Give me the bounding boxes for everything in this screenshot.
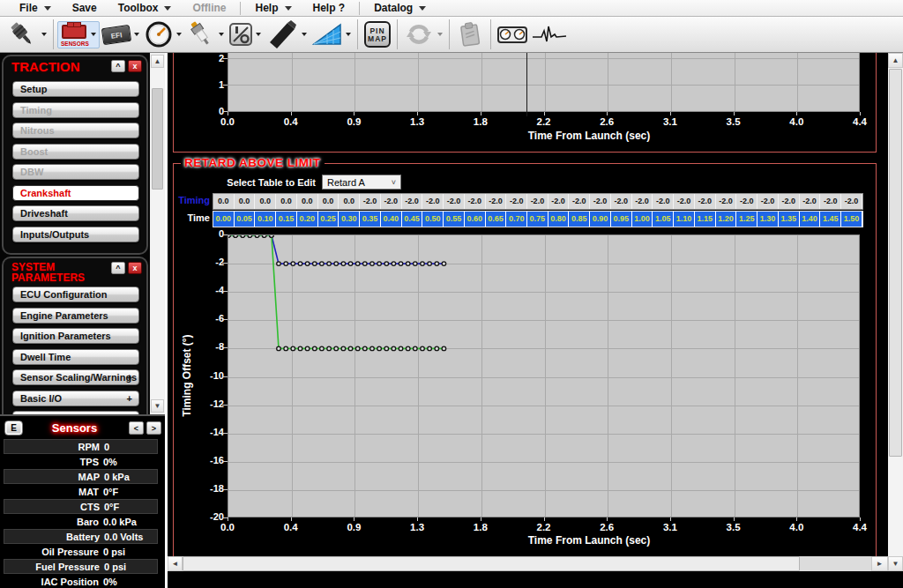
data-point[interactable] bbox=[277, 262, 281, 266]
data-point[interactable] bbox=[298, 346, 302, 351]
collapse-icon[interactable]: ^ bbox=[111, 262, 125, 274]
time-cell[interactable]: 1.00 bbox=[632, 212, 653, 227]
timing-cell[interactable]: 0.0 bbox=[255, 194, 276, 209]
time-cell[interactable]: 1.35 bbox=[779, 212, 800, 227]
timing-cell[interactable]: -2.0 bbox=[444, 194, 465, 209]
data-point[interactable] bbox=[421, 346, 425, 351]
scroll-right-icon[interactable]: ► bbox=[871, 556, 888, 571]
io-icon[interactable] bbox=[227, 18, 264, 51]
sidebar-item-driveshaft[interactable]: Driveshaft bbox=[12, 205, 139, 221]
timing-cell[interactable]: -2.0 bbox=[590, 194, 611, 209]
timing-cell[interactable]: 0.0 bbox=[339, 194, 360, 209]
dropdown-arrow[interactable] bbox=[91, 33, 96, 36]
data-point[interactable] bbox=[355, 346, 360, 351]
timing-cell[interactable]: 0.0 bbox=[276, 194, 297, 209]
time-cell[interactable]: 0.20 bbox=[297, 212, 318, 227]
data-point[interactable] bbox=[442, 346, 446, 351]
collapse-icon[interactable]: ^ bbox=[111, 60, 125, 72]
data-point[interactable] bbox=[341, 262, 346, 266]
data-point[interactable] bbox=[442, 262, 446, 266]
data-point[interactable] bbox=[363, 262, 368, 266]
time-cell[interactable]: 0.35 bbox=[360, 212, 381, 227]
data-point[interactable] bbox=[291, 262, 295, 266]
data-point[interactable] bbox=[421, 262, 425, 266]
time-cell[interactable]: 1.30 bbox=[757, 212, 779, 227]
time-cell[interactable]: 0.00 bbox=[213, 212, 235, 227]
time-cell[interactable]: 1.15 bbox=[695, 212, 716, 227]
data-point[interactable] bbox=[384, 346, 389, 351]
sidebar-scrollbar-thumb[interactable] bbox=[152, 88, 163, 190]
menu-item-save[interactable]: Save bbox=[62, 0, 108, 16]
fuel-map-3d-icon[interactable] bbox=[310, 18, 354, 51]
timing-cell[interactable]: -2.0 bbox=[653, 194, 674, 209]
data-point[interactable] bbox=[435, 346, 439, 351]
timing-cell[interactable]: -2.0 bbox=[695, 194, 716, 209]
scroll-left-icon[interactable]: ◄ bbox=[168, 556, 183, 571]
time-cell[interactable]: 0.30 bbox=[339, 212, 360, 227]
dropdown-arrow[interactable] bbox=[346, 33, 351, 36]
horizontal-scrollbar-thumb[interactable] bbox=[183, 556, 800, 571]
timing-cell[interactable]: 0.0 bbox=[318, 194, 340, 209]
time-cell[interactable]: 0.05 bbox=[235, 212, 256, 227]
timing-cell[interactable]: -2.0 bbox=[632, 194, 653, 209]
data-point[interactable] bbox=[341, 346, 346, 351]
data-point[interactable] bbox=[255, 235, 259, 237]
timing-cell[interactable]: -2.0 bbox=[465, 194, 486, 209]
scroll-up-icon[interactable]: ▲ bbox=[151, 55, 164, 68]
sidebar-item-inputs-outputs[interactable]: Inputs/Outputs bbox=[12, 227, 139, 242]
time-cell[interactable]: 1.50 bbox=[841, 212, 862, 227]
time-cell[interactable]: 1.40 bbox=[800, 212, 821, 227]
time-cell[interactable]: 0.70 bbox=[506, 212, 527, 227]
data-point[interactable] bbox=[241, 235, 245, 237]
menu-item-file[interactable]: File bbox=[9, 0, 62, 16]
scroll-down-icon[interactable]: ▼ bbox=[888, 556, 903, 571]
data-point[interactable] bbox=[428, 346, 432, 351]
table-select-dropdown[interactable]: Retard A ˅ bbox=[322, 175, 401, 190]
time-cell[interactable]: 0.90 bbox=[590, 212, 611, 227]
sidebar-item-crankshaft[interactable]: Crankshaft bbox=[12, 185, 139, 201]
time-cell[interactable]: 0.10 bbox=[255, 212, 276, 227]
time-cell[interactable]: 0.50 bbox=[422, 212, 444, 227]
dropdown-arrow[interactable] bbox=[176, 33, 182, 36]
data-point[interactable] bbox=[284, 346, 288, 351]
sidebar-item-basic-i-o[interactable]: Basic I/O+ bbox=[12, 391, 139, 406]
data-point[interactable] bbox=[320, 346, 325, 351]
time-cell[interactable]: 0.60 bbox=[465, 212, 486, 227]
data-point[interactable] bbox=[392, 262, 396, 266]
ecu-icon[interactable]: EFI bbox=[100, 18, 142, 51]
time-cell[interactable]: 1.05 bbox=[653, 212, 674, 227]
menu-item-help[interactable]: Help ? bbox=[302, 0, 356, 16]
data-point[interactable] bbox=[305, 262, 310, 266]
time-cell[interactable]: 0.80 bbox=[549, 212, 570, 227]
data-point[interactable] bbox=[406, 262, 410, 266]
data-point[interactable] bbox=[399, 262, 403, 266]
data-point[interactable] bbox=[270, 235, 274, 237]
dropdown-arrow[interactable] bbox=[256, 33, 261, 36]
data-point[interactable] bbox=[320, 262, 325, 266]
data-point[interactable] bbox=[414, 346, 418, 351]
fuel-injector-icon[interactable] bbox=[5, 18, 49, 51]
time-cell[interactable]: 0.65 bbox=[486, 212, 507, 227]
menu-item-toolbox[interactable]: Toolbox bbox=[108, 0, 183, 16]
data-point[interactable] bbox=[327, 262, 332, 266]
data-point[interactable] bbox=[334, 346, 339, 351]
data-point[interactable] bbox=[377, 262, 382, 266]
time-cell[interactable]: 1.20 bbox=[716, 212, 737, 227]
timing-cell[interactable]: 0.0 bbox=[235, 194, 256, 209]
prev-page-icon[interactable]: < bbox=[129, 421, 144, 435]
time-cell[interactable]: 0.25 bbox=[318, 212, 340, 227]
ignition-coil-icon[interactable] bbox=[264, 18, 310, 51]
time-cell[interactable]: 0.40 bbox=[381, 212, 402, 227]
data-point[interactable] bbox=[228, 235, 230, 237]
data-point[interactable] bbox=[414, 262, 418, 266]
data-point[interactable] bbox=[262, 235, 266, 237]
time-cell[interactable]: 1.25 bbox=[736, 212, 757, 227]
time-cell[interactable]: 1.45 bbox=[820, 212, 841, 227]
expand-button[interactable]: E bbox=[4, 421, 23, 435]
time-cell[interactable]: 1.10 bbox=[674, 212, 695, 227]
data-point[interactable] bbox=[355, 262, 360, 266]
data-point[interactable] bbox=[298, 262, 302, 266]
time-value-row[interactable]: 0.000.050.100.150.200.250.300.350.400.45… bbox=[213, 211, 863, 227]
dropdown-arrow[interactable] bbox=[302, 33, 307, 36]
close-icon[interactable]: x bbox=[128, 60, 142, 72]
